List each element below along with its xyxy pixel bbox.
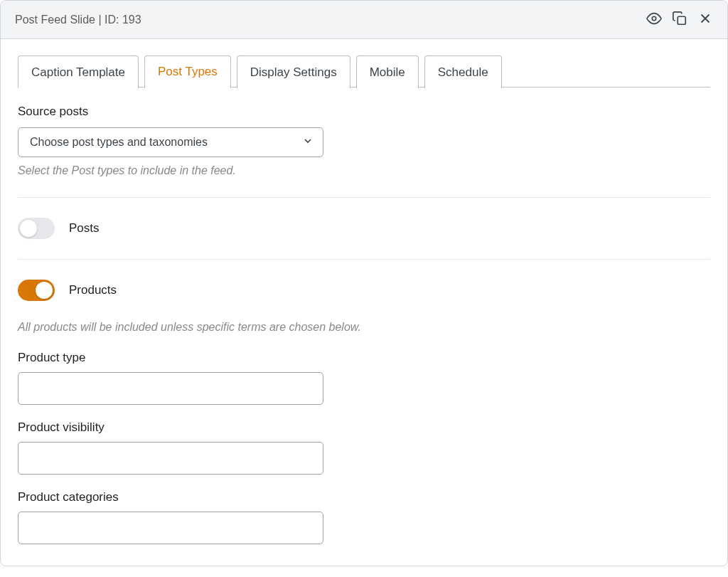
product-categories-group: Product categories (18, 490, 710, 544)
product-categories-label: Product categories (18, 490, 710, 504)
panel-actions (646, 11, 713, 28)
source-posts-hint: Select the Post types to include in the … (18, 164, 710, 177)
tab-display-settings[interactable]: Display Settings (237, 55, 350, 88)
posts-toggle-row: Posts (18, 218, 710, 239)
product-categories-input[interactable] (18, 512, 323, 544)
post-feed-slide-panel: Post Feed Slide | ID: 193 (0, 0, 728, 566)
svg-rect-1 (678, 16, 685, 24)
product-visibility-group: Product visibility (18, 420, 710, 475)
tab-schedule[interactable]: Schedule (424, 55, 502, 88)
copy-icon (672, 11, 687, 28)
posts-toggle-label: Posts (69, 221, 100, 235)
products-toggle[interactable] (18, 280, 55, 301)
panel-title: Post Feed Slide | ID: 193 (15, 14, 141, 26)
tab-mobile[interactable]: Mobile (356, 55, 419, 88)
close-icon (697, 11, 713, 28)
product-visibility-label: Product visibility (18, 420, 710, 435)
toggle-knob (20, 220, 37, 237)
panel-body: Caption Template Post Types Display Sett… (1, 39, 727, 566)
product-visibility-input[interactable] (18, 442, 323, 475)
product-type-group: Product type (18, 351, 710, 405)
source-posts-group: Source posts Choose post types and taxon… (18, 105, 710, 177)
panel-header: Post Feed Slide | ID: 193 (1, 1, 727, 39)
divider (18, 259, 710, 260)
products-toggle-row: Products (18, 280, 710, 301)
eye-icon (646, 11, 662, 28)
preview-button[interactable] (646, 11, 662, 28)
tab-caption-template[interactable]: Caption Template (18, 55, 139, 88)
source-posts-select[interactable]: Choose post types and taxonomies (18, 127, 323, 157)
product-type-label: Product type (18, 351, 710, 365)
tab-post-types[interactable]: Post Types (144, 55, 231, 88)
source-posts-select-wrapper: Choose post types and taxonomies (18, 127, 323, 157)
source-posts-label: Source posts (18, 105, 710, 119)
close-button[interactable] (697, 11, 713, 28)
divider (18, 197, 710, 198)
tabs: Caption Template Post Types Display Sett… (18, 55, 710, 88)
svg-point-0 (652, 16, 656, 21)
posts-toggle[interactable] (18, 218, 55, 239)
toggle-knob (36, 282, 53, 299)
products-toggle-label: Products (69, 283, 117, 297)
product-type-input[interactable] (18, 372, 323, 405)
duplicate-button[interactable] (672, 11, 687, 28)
products-hint: All products will be included unless spe… (18, 321, 710, 334)
